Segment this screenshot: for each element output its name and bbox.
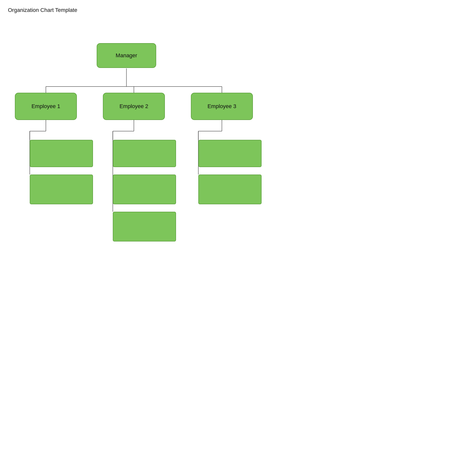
employee3-label: Employee 3 bbox=[208, 103, 236, 110]
manager-node[interactable]: Manager bbox=[97, 43, 156, 68]
emp2-sub2-node[interactable] bbox=[113, 175, 176, 204]
employee1-label: Employee 1 bbox=[31, 103, 60, 110]
page-title: Organization Chart Template bbox=[0, 0, 268, 13]
emp3-sub1-node[interactable] bbox=[198, 140, 262, 167]
emp3-sub2-node[interactable] bbox=[198, 175, 262, 204]
emp1-sub2-node[interactable] bbox=[30, 175, 93, 204]
employee3-node[interactable]: Employee 3 bbox=[191, 93, 253, 120]
employee2-label: Employee 2 bbox=[119, 103, 148, 110]
emp1-sub1-node[interactable] bbox=[30, 140, 93, 167]
manager-label: Manager bbox=[116, 52, 137, 59]
employee1-node[interactable]: Employee 1 bbox=[15, 93, 77, 120]
emp2-sub3-node[interactable] bbox=[113, 212, 176, 241]
employee2-node[interactable]: Employee 2 bbox=[103, 93, 165, 120]
org-chart: Manager Employee 1 Employee 2 Employee 3 bbox=[0, 13, 268, 266]
emp2-sub1-node[interactable] bbox=[113, 140, 176, 167]
